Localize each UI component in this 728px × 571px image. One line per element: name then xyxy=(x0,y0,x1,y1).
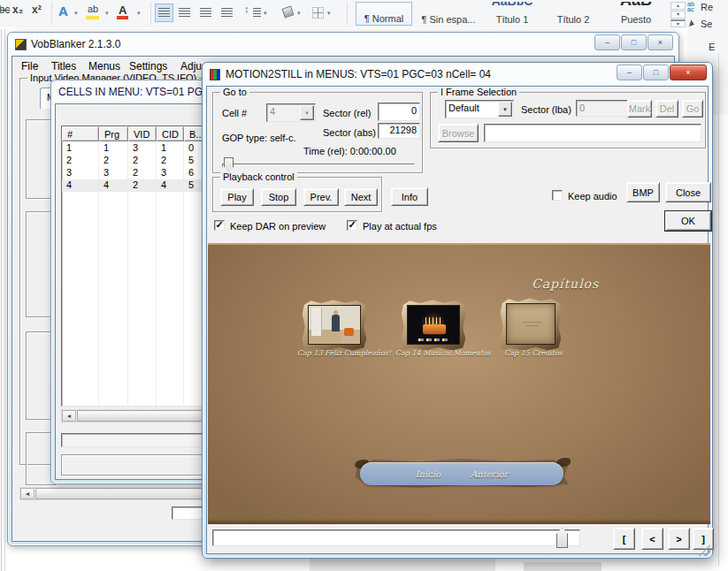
cell: 3 xyxy=(128,142,157,155)
play-button[interactable]: Play xyxy=(220,188,254,206)
sector-abs-field[interactable]: 21298 xyxy=(378,123,420,139)
cell: 3 xyxy=(99,167,128,179)
align-justify-icon[interactable] xyxy=(221,8,233,18)
cell: 2 xyxy=(128,155,157,167)
style-titulo2[interactable]: Título 2 xyxy=(545,2,602,26)
separator xyxy=(150,2,151,25)
chevron-down-icon[interactable]: ▼ xyxy=(300,105,314,120)
borders-dropdown-icon[interactable]: ▾ xyxy=(327,10,331,17)
sector-lba-label: Sector (lba) xyxy=(521,104,571,115)
align-left-icon[interactable] xyxy=(158,8,170,18)
goto-cell-end-button[interactable]: ] xyxy=(693,528,714,550)
select-cursor-icon[interactable] xyxy=(689,19,695,27)
table-row[interactable]: 3 3 2 3 6 xyxy=(62,167,212,179)
line-spacing-icon[interactable]: ↕ xyxy=(244,4,249,14)
scroll-left-button[interactable]: ◂ xyxy=(62,410,76,422)
del-button[interactable]: Del xyxy=(655,100,678,118)
minimize-button[interactable]: – xyxy=(617,65,642,80)
motion2still-dialog: MOTION2STILL in MENUS: VTS=01 PGC=03 nCe… xyxy=(202,62,713,559)
style-puesto[interactable]: AaB Puesto xyxy=(609,2,663,26)
strikethrough-icon[interactable]: abc xyxy=(0,4,10,16)
superscript-icon[interactable]: x² xyxy=(32,4,42,16)
step-back-button[interactable]: < xyxy=(641,528,663,550)
style-gallery-more-icon[interactable]: ▾ xyxy=(671,19,686,27)
cell-number-label: Cell # xyxy=(222,108,247,118)
vobblanker-app-icon xyxy=(15,39,27,50)
scroll-left-button[interactable]: ◂ xyxy=(20,488,34,499)
vobblanker-titlebar[interactable]: VobBlanker 2.1.3.0 xyxy=(8,33,678,56)
goto-slider-track[interactable] xyxy=(222,164,415,167)
close-button[interactable]: × xyxy=(648,34,673,50)
browse-path-field[interactable] xyxy=(484,124,701,142)
step-forward-button[interactable]: > xyxy=(668,528,690,550)
stop-button[interactable]: Stop xyxy=(261,188,296,206)
minimize-button[interactable]: – xyxy=(594,34,620,50)
table-row[interactable]: 2 2 2 2 5 xyxy=(62,155,212,167)
shading-dropdown-icon[interactable]: ▾ xyxy=(297,10,301,17)
menu-titles[interactable]: Titles xyxy=(51,60,76,72)
bmp-button[interactable]: BMP xyxy=(626,182,660,202)
col-header-num[interactable]: # xyxy=(62,126,99,141)
go-button[interactable]: Go xyxy=(682,100,703,118)
menu-file[interactable]: File xyxy=(21,60,38,72)
menu-menus[interactable]: Menus xyxy=(88,60,120,72)
style-gallery-down-icon[interactable]: ▾ xyxy=(671,11,686,19)
vobblanker-title: VobBlanker 2.1.3.0 xyxy=(31,38,120,50)
align-right-icon[interactable] xyxy=(200,8,211,18)
chapter-thumb-photo xyxy=(308,305,361,345)
table-row[interactable]: 1 1 3 1 0 xyxy=(62,142,212,155)
browse-button[interactable]: Browse xyxy=(438,124,479,142)
goto-cell-start-button[interactable]: [ xyxy=(613,528,635,550)
text-effects-dropdown-icon[interactable]: ▾ xyxy=(74,10,78,17)
cell-number-combo[interactable]: 4 ▼ xyxy=(266,103,316,122)
shading-bucket-icon[interactable] xyxy=(281,6,294,18)
font-color-icon[interactable]: A xyxy=(119,4,126,17)
menu-settings[interactable]: Settings xyxy=(129,60,167,72)
line-spacing-lines-icon xyxy=(253,8,261,18)
close-dialog-button[interactable]: Close xyxy=(665,182,711,202)
edit-label[interactable]: E xyxy=(709,42,715,52)
style-titulo1[interactable]: AaBbC Título 1 xyxy=(485,2,540,26)
col-header-cid[interactable]: CID xyxy=(157,126,184,141)
iframe-mode-combo[interactable]: Default ▼ xyxy=(445,100,514,118)
style-label: Puesto xyxy=(609,14,663,25)
cell: 2 xyxy=(157,155,184,167)
prev-button[interactable]: Prev. xyxy=(303,188,339,206)
close-button[interactable]: × xyxy=(670,65,707,80)
subscript-icon[interactable]: x₂ xyxy=(12,4,23,16)
table-row-selected[interactable]: 4 4 2 4 5 xyxy=(62,179,212,192)
cell: 4 xyxy=(99,179,128,192)
style-normal[interactable]: ¶ Normal xyxy=(356,2,412,26)
highlight-icon[interactable]: ab xyxy=(88,4,98,14)
borders-icon[interactable] xyxy=(312,7,324,19)
word-ribbon: abc x₂ x² A ▾ ab ▾ A ▾ ↕ ▾ ▾ ▾ ¶ Normal … xyxy=(0,0,728,27)
word-page-edge xyxy=(718,53,719,566)
goto-slider-thumb[interactable] xyxy=(224,157,234,172)
playback-control-label: Playback control xyxy=(220,171,297,182)
font-color-dropdown-icon[interactable]: ▾ xyxy=(137,10,141,17)
text-effects-icon[interactable]: A xyxy=(58,4,68,19)
highlight-dropdown-icon[interactable]: ▾ xyxy=(105,10,109,17)
style-gallery-up-icon[interactable]: ▴ xyxy=(671,2,686,10)
actual-fps-checkbox[interactable]: ✓ xyxy=(347,220,357,231)
ok-button[interactable]: OK xyxy=(665,211,711,231)
replace-label[interactable]: Re xyxy=(701,2,713,12)
seek-slider-track[interactable] xyxy=(212,529,580,546)
replace-icon[interactable]: ab ac xyxy=(687,2,694,12)
next-button[interactable]: Next xyxy=(344,188,378,206)
keep-audio-checkbox[interactable] xyxy=(552,190,563,201)
sector-rel-field[interactable]: 0 xyxy=(378,103,420,121)
nav-inicio: Inicio xyxy=(416,469,441,479)
maximize-button[interactable]: □ xyxy=(643,65,669,80)
line-spacing-dropdown-icon[interactable]: ▾ xyxy=(264,10,267,17)
col-header-prg[interactable]: Prg xyxy=(99,126,128,141)
chevron-down-icon[interactable]: ▼ xyxy=(498,102,512,117)
col-header-vid[interactable]: VID xyxy=(128,126,157,141)
keep-dar-checkbox[interactable]: ✓ xyxy=(214,220,225,231)
info-button[interactable]: Info xyxy=(391,187,428,206)
select-label[interactable]: Se xyxy=(701,19,712,29)
style-sin-espaciado[interactable]: ¶ Sin espa... xyxy=(418,2,479,26)
maximize-button[interactable]: □ xyxy=(621,34,647,50)
mark-button[interactable]: Mark xyxy=(627,100,652,118)
align-center-icon[interactable] xyxy=(179,8,190,18)
